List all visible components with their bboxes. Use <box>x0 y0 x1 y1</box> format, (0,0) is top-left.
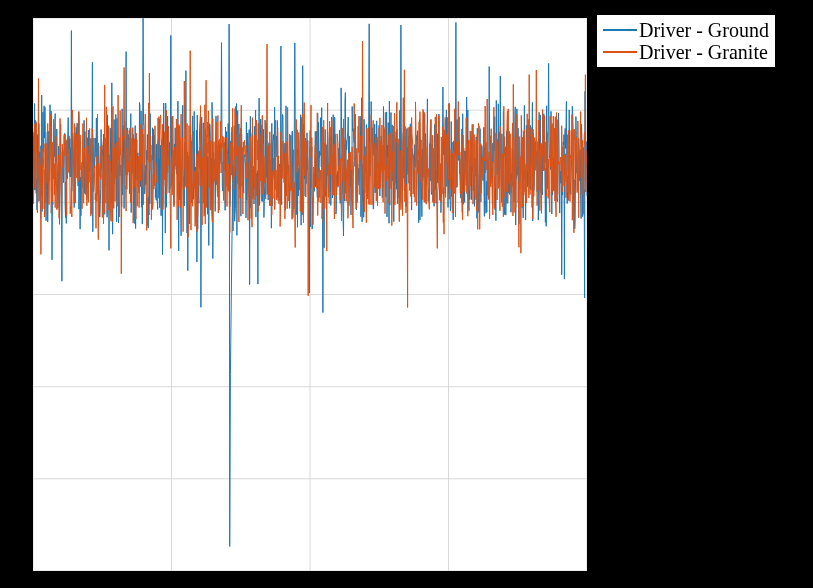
legend: Driver - Ground Driver - Granite <box>596 14 776 68</box>
chart-svg <box>33 18 587 571</box>
plot-area <box>32 17 588 572</box>
legend-item-0: Driver - Ground <box>603 19 769 41</box>
legend-label: Driver - Granite <box>639 41 768 63</box>
gridlines <box>33 18 587 571</box>
legend-label: Driver - Ground <box>639 19 769 41</box>
legend-swatch-icon <box>603 51 637 53</box>
legend-swatch-icon <box>603 29 637 31</box>
legend-item-1: Driver - Granite <box>603 41 769 63</box>
